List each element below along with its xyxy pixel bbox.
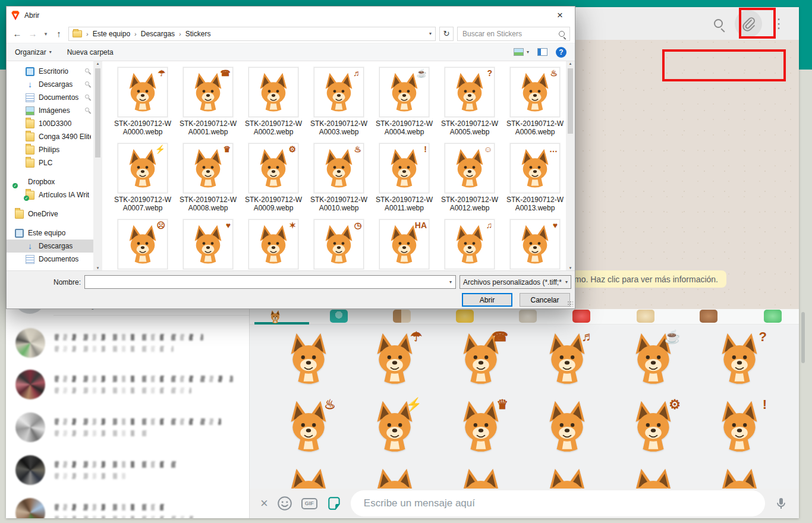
- chat-list-item[interactable]: [6, 407, 249, 448]
- sidebar-item-philips[interactable]: Philips: [7, 143, 93, 156]
- file-item[interactable]: ⚙STK-20190712-WA0009.webp: [243, 143, 304, 219]
- breadcrumb-descargas[interactable]: Descargas: [141, 30, 175, 38]
- search-input[interactable]: [462, 30, 555, 38]
- emoji-icon[interactable]: [277, 496, 292, 511]
- scroll-up-icon[interactable]: ▴: [569, 61, 572, 66]
- file-item[interactable]: ☂STK-20190712-WA0000.webp: [112, 67, 174, 143]
- message-input[interactable]: [351, 497, 765, 509]
- sidebar-item-articulos[interactable]: ✓Artículos IA Writ: [7, 188, 93, 201]
- scroll-down-icon[interactable]: ▾: [569, 266, 572, 270]
- chat-list-item[interactable]: [6, 449, 249, 491]
- file-item[interactable]: !STK-20190712-WA0011.webp: [373, 143, 435, 219]
- chat-list-item[interactable]: [6, 492, 249, 518]
- sticker-tab-bear[interactable]: [700, 310, 717, 323]
- sticker[interactable]: ☕: [610, 324, 696, 392]
- resize-grip[interactable]: [567, 301, 573, 307]
- page-scrollbar[interactable]: [801, 312, 805, 363]
- sidebar-item-documentos[interactable]: Documentos: [7, 91, 93, 104]
- sticker[interactable]: ☎: [438, 324, 524, 392]
- sticker[interactable]: ?: [696, 324, 782, 392]
- sticker[interactable]: ♨: [265, 392, 351, 460]
- file-item[interactable]: STK-20190712-WA0002.webp: [243, 67, 304, 143]
- sticker[interactable]: [524, 392, 610, 460]
- sticker[interactable]: [524, 460, 610, 489]
- sticker[interactable]: ♛: [438, 392, 524, 460]
- filename-input[interactable]: [85, 278, 446, 286]
- file-item[interactable]: ☹: [112, 219, 174, 270]
- sidebar-item-100d3300[interactable]: 100D3300: [7, 117, 93, 130]
- sticker-tab-dogs[interactable]: [393, 310, 411, 323]
- sticker[interactable]: [696, 460, 782, 489]
- sticker-tab-fox[interactable]: [266, 310, 284, 323]
- sticker[interactable]: ♬: [524, 324, 610, 392]
- sticker[interactable]: [610, 460, 696, 489]
- organize-button[interactable]: Organizar ▾: [15, 48, 52, 56]
- file-item[interactable]: ☺STK-20190712-WA0012.webp: [439, 143, 501, 219]
- file-item[interactable]: ☎STK-20190712-WA0001.webp: [177, 67, 239, 143]
- sidebar-item-conga[interactable]: Conga 3490 Elite: [7, 130, 93, 143]
- sticker-icon[interactable]: [326, 496, 342, 511]
- sidebar-scrollbar[interactable]: ▴ ▾: [93, 61, 102, 270]
- sticker[interactable]: [351, 460, 438, 489]
- scroll-down-icon[interactable]: ▾: [97, 266, 99, 270]
- gif-icon[interactable]: GIF: [301, 498, 317, 509]
- file-item[interactable]: ⚡STK-20190712-WA0007.webp: [112, 143, 174, 219]
- file-item[interactable]: ?STK-20190712-WA0005.webp: [439, 67, 501, 143]
- sticker-tab-red-dino[interactable]: [572, 310, 590, 323]
- scrollbar-thumb[interactable]: [568, 68, 573, 134]
- sticker-tab-puppy[interactable]: [519, 310, 537, 323]
- cancel-button[interactable]: Cancelar: [520, 293, 570, 307]
- up-icon[interactable]: ↑: [53, 29, 65, 39]
- file-item[interactable]: ♫: [439, 219, 501, 270]
- new-folder-button[interactable]: Nueva carpeta: [67, 48, 114, 56]
- sidebar-item-imagenes[interactable]: Imágenes: [7, 104, 93, 117]
- back-icon[interactable]: ←: [11, 29, 23, 39]
- file-item[interactable]: …STK-20190712-WA0013.webp: [504, 143, 566, 219]
- help-icon[interactable]: ?: [556, 47, 566, 58]
- sticker[interactable]: [265, 324, 351, 392]
- search-icon[interactable]: [711, 17, 725, 31]
- sidebar-item-plc[interactable]: PLC: [7, 156, 93, 169]
- file-item[interactable]: HA: [373, 219, 435, 270]
- preview-pane-icon[interactable]: [537, 48, 547, 56]
- file-grid-scrollbar[interactable]: ▴ ▾: [566, 61, 575, 270]
- sidebar-item-descargas[interactable]: ↓Descargas: [7, 78, 93, 91]
- file-item[interactable]: ◷: [308, 219, 370, 270]
- chat-list-item[interactable]: [6, 364, 249, 405]
- sticker[interactable]: [265, 460, 351, 489]
- file-item[interactable]: ♥: [177, 219, 239, 270]
- forward-icon[interactable]: →: [27, 29, 39, 39]
- sticker[interactable]: ⚡: [351, 392, 438, 460]
- sidebar-item-documentos-equipo[interactable]: Documentos: [7, 253, 93, 266]
- history-chevron-icon[interactable]: ▾: [42, 31, 49, 37]
- breadcrumb[interactable]: › Este equipo › Descargas › Stickers ▾: [68, 27, 436, 41]
- file-item[interactable]: ♬STK-20190712-WA0003.webp: [308, 67, 370, 143]
- sidebar-item-escritorio[interactable]: Escritorio: [7, 65, 93, 78]
- close-sticker-panel-icon[interactable]: ×: [260, 496, 268, 511]
- file-item[interactable]: ☕STK-20190712-WA0004.webp: [373, 67, 435, 143]
- sticker-tab-shiba[interactable]: [637, 310, 654, 323]
- chevron-down-icon[interactable]: ▾: [446, 279, 455, 285]
- file-item[interactable]: ✶: [243, 219, 304, 270]
- mic-icon[interactable]: [774, 496, 788, 511]
- breadcrumb-stickers[interactable]: Stickers: [185, 30, 211, 38]
- open-button[interactable]: Abrir: [462, 293, 512, 307]
- file-item[interactable]: ♥: [504, 219, 566, 270]
- sticker[interactable]: ☂: [351, 324, 438, 392]
- view-thumbnails-button[interactable]: ▾: [514, 48, 529, 56]
- refresh-button[interactable]: ↻: [439, 27, 454, 41]
- sidebar-item-descargas-equipo[interactable]: ↓Descargas: [7, 240, 93, 253]
- dialog-close-button[interactable]: ×: [550, 10, 570, 21]
- filetype-select[interactable]: Archivos personalizados (*.tiff;* ▾: [459, 275, 571, 289]
- file-item[interactable]: ♨STK-20190712-WA0006.webp: [504, 67, 566, 143]
- chat-list-item[interactable]: [6, 322, 249, 364]
- breadcrumb-este-equipo[interactable]: Este equipo: [93, 30, 130, 38]
- scroll-up-icon[interactable]: ▴: [97, 61, 99, 66]
- scrollbar-thumb[interactable]: [95, 68, 100, 157]
- sticker[interactable]: ⚙: [610, 392, 696, 460]
- sticker-tab-green-dino[interactable]: [764, 310, 782, 323]
- sticker-tab-monkey[interactable]: [330, 310, 348, 323]
- sticker[interactable]: !: [696, 392, 782, 460]
- sidebar-item-onedrive[interactable]: OneDrive: [7, 207, 93, 220]
- address-chevron-icon[interactable]: ▾: [429, 31, 432, 36]
